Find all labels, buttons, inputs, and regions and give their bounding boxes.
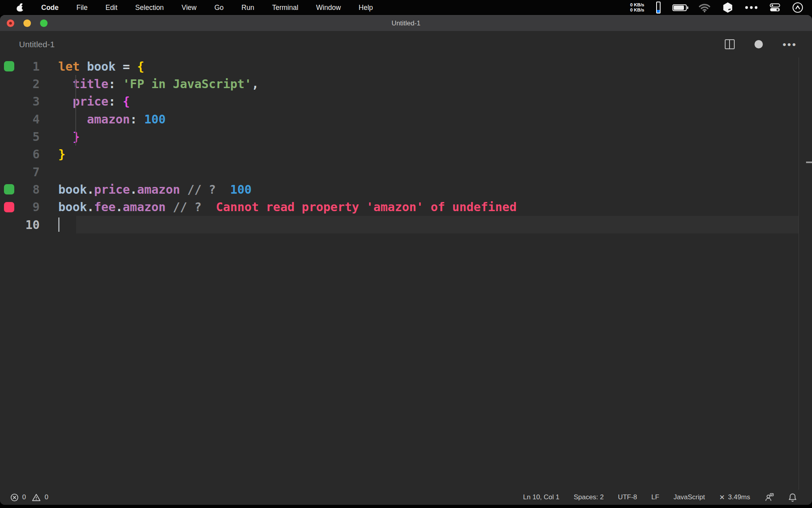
overview-ruler-marker <box>806 162 812 163</box>
code-text: } <box>40 130 80 144</box>
code-text: let book = { <box>40 60 144 73</box>
battery-icon[interactable] <box>672 4 687 11</box>
code-line-7[interactable]: 7 <box>0 163 812 181</box>
menu-item-go[interactable]: Go <box>214 4 224 12</box>
tab-untitled-1[interactable]: Untitled-1 <box>0 40 55 49</box>
control-center-icon[interactable] <box>770 3 780 12</box>
indent-guide <box>75 75 76 145</box>
feedback-icon[interactable] <box>764 493 774 502</box>
menu-item-view[interactable]: View <box>182 4 197 12</box>
code-text: amazon: 100 <box>40 112 166 126</box>
indentation-setting[interactable]: Spaces: 2 <box>574 493 604 501</box>
cursor-position[interactable]: Ln 10, Col 1 <box>523 493 559 501</box>
quokka-x-icon: ✕ <box>719 493 725 502</box>
menu-item-help[interactable]: Help <box>359 4 373 12</box>
split-editor-icon[interactable] <box>725 39 735 49</box>
line-number: 10 <box>0 218 40 232</box>
menu-item-file[interactable]: File <box>77 4 88 12</box>
quokka-status[interactable]: ✕ 3.49ms <box>719 493 750 502</box>
encoding-setting[interactable]: UTF-8 <box>618 493 637 501</box>
line-number: 6 <box>0 147 40 161</box>
error-icon <box>10 493 19 502</box>
unsaved-indicator-icon[interactable] <box>755 40 763 48</box>
network-down-speed: 0 KB/s <box>630 8 644 13</box>
menu-item-run[interactable]: Run <box>241 4 254 12</box>
code-editor[interactable]: 1let book = {2 title: 'FP in JavaScript'… <box>0 58 812 490</box>
code-line-8[interactable]: 8book.price.amazon // ? 100 <box>0 181 812 198</box>
network-up-speed: 0 KB/s <box>630 2 644 8</box>
warning-icon <box>32 493 41 502</box>
code-text: title: 'FP in JavaScript', <box>40 77 259 91</box>
code-text: } <box>40 147 65 161</box>
line-number: 9 <box>0 200 40 214</box>
editor-tab-bar: Untitled-1 ••• <box>0 31 812 58</box>
code-line-3[interactable]: 3 price: { <box>0 93 812 110</box>
scrollbar-gutter-divider <box>799 58 799 490</box>
macos-menu-bar: Code FileEditSelectionViewGoRunTerminalW… <box>0 0 812 15</box>
code-line-2[interactable]: 2 title: 'FP in JavaScript', <box>0 75 812 92</box>
editor-more-actions-icon[interactable]: ••• <box>783 42 797 46</box>
code-line-6[interactable]: 6} <box>0 146 812 163</box>
menu-item-selection[interactable]: Selection <box>135 4 164 12</box>
line-number: 1 <box>0 60 40 73</box>
language-mode[interactable]: JavaScript <box>674 493 705 501</box>
current-line-highlight <box>76 216 799 233</box>
bandwidth-meter-icon[interactable] <box>656 2 661 13</box>
line-number: 4 <box>0 112 40 126</box>
text-cursor <box>58 217 59 232</box>
window-title-bar[interactable]: Untitled-1 <box>0 15 812 31</box>
line-number: 3 <box>0 94 40 108</box>
code-line-10[interactable]: 10 <box>0 216 812 233</box>
code-text: book.price.amazon // ? 100 <box>40 183 252 196</box>
code-line-5[interactable]: 5 } <box>0 128 812 145</box>
cube-app-icon[interactable] <box>722 2 733 13</box>
problems-indicator[interactable]: 0 0 <box>0 493 48 502</box>
status-bar: 0 0 Ln 10, Col 1 Spaces: 2 UTF-8 LF Java… <box>0 490 812 505</box>
wifi-icon[interactable] <box>699 3 710 12</box>
line-number: 8 <box>0 183 40 196</box>
warning-count: 0 <box>44 493 48 501</box>
line-number: 7 <box>0 165 40 179</box>
apple-menu-icon[interactable] <box>17 4 23 12</box>
eol-setting[interactable]: LF <box>651 493 659 501</box>
vscode-window: Untitled-1 Untitled-1 ••• 1let book = {2… <box>0 15 812 505</box>
menu-item-terminal[interactable]: Terminal <box>272 4 298 12</box>
code-text: book.fee.amazon // ? Cannot read propert… <box>40 200 517 214</box>
code-line-1[interactable]: 1let book = { <box>0 58 812 75</box>
notifications-bell-icon[interactable] <box>788 493 797 502</box>
menu-app-code[interactable]: Code <box>41 4 59 12</box>
menu-item-window[interactable]: Window <box>316 4 341 12</box>
code-line-9[interactable]: 9book.fee.amazon // ? Cannot read proper… <box>0 198 812 216</box>
menubar-ellipsis-icon[interactable] <box>745 6 758 9</box>
error-count: 0 <box>22 493 26 501</box>
line-number: 5 <box>0 130 40 144</box>
window-title: Untitled-1 <box>0 19 812 27</box>
menu-item-edit[interactable]: Edit <box>105 4 117 12</box>
code-line-4[interactable]: 4 amazon: 100 <box>0 110 812 128</box>
clock-widget-icon[interactable] <box>792 2 803 13</box>
network-speed-indicator[interactable]: 0 KB/s 0 KB/s <box>630 2 644 13</box>
line-number: 2 <box>0 77 40 91</box>
code-text: price: { <box>40 94 130 108</box>
quokka-run-time: 3.49ms <box>728 493 750 501</box>
